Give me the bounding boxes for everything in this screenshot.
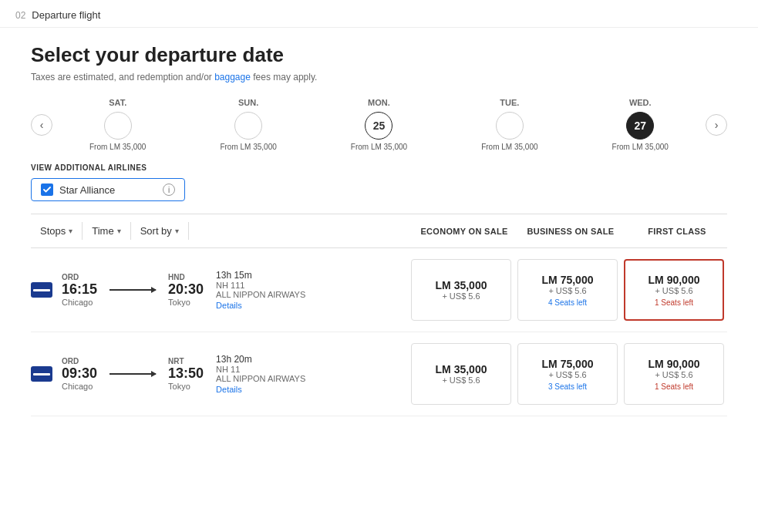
date-circle-tue[interactable]	[496, 112, 524, 140]
flight-2-first-seats: 1 Seats left	[655, 382, 693, 391]
time-chevron-icon: ▾	[117, 227, 121, 235]
flights-list: ORD 16:15 Chicago HND 20:30 Tokyo	[31, 248, 727, 416]
date-price-tue: From LM 35,000	[481, 143, 537, 151]
date-circle-sat[interactable]	[104, 112, 132, 140]
airline-name: Star Alliance	[59, 184, 157, 196]
date-prev-button[interactable]: ‹	[31, 114, 52, 136]
flight-1-price-cards: LM 35,000 + US$ 5.6 LM 75,000 + US$ 5.6 …	[408, 259, 727, 321]
date-col-tue[interactable]: TUE. From LM 35,000	[473, 98, 545, 151]
flight-1-details-link[interactable]: Details	[216, 301, 242, 310]
date-circle-wed[interactable]: 27	[626, 112, 654, 140]
origin-city-2: Chicago	[62, 382, 97, 391]
flight-1-business-price: LM 75,000	[542, 274, 594, 286]
flight-1-first-seats: 1 Seats left	[655, 298, 693, 307]
flight-1-business-card[interactable]: LM 75,000 + US$ 5.6 4 Seats left	[517, 259, 618, 321]
date-price-sat: From LM 35,000	[89, 143, 146, 151]
dest-time-2: 13:50	[168, 365, 204, 382]
flight-2-first-sub: + US$ 5.6	[655, 370, 692, 379]
dest-city-2: Tokyo	[168, 382, 204, 391]
economy-col-header: ECONOMY ON SALE	[414, 227, 514, 236]
dest-iata-1: HND	[168, 273, 204, 281]
first-col-header: FIRST CLASS	[627, 227, 727, 236]
flight-1-business-sub: + US$ 5.6	[548, 286, 586, 295]
flight-1-economy-price: LM 35,000	[436, 279, 487, 291]
date-price-sun: From LM 35,000	[220, 143, 276, 151]
flight-2-first-price: LM 90,000	[649, 358, 700, 370]
flight-row-2: ORD 09:30 Chicago NRT 13:50 Tokyo	[31, 332, 727, 416]
flight-2-origin: ORD 09:30 Chicago	[62, 357, 97, 391]
checkmark-icon	[43, 186, 51, 194]
date-label-wed: WED.	[629, 98, 652, 107]
flight-1-details: 13h 15m NH 111 ALL NIPPON AIRWAYS Detail…	[216, 270, 305, 311]
flight-2-business-seats: 3 Seats left	[548, 382, 587, 391]
origin-time-1: 16:15	[62, 281, 97, 298]
airlines-label: VIEW ADDITIONAL AIRLINES	[31, 163, 727, 172]
flight-1-airline: ALL NIPPON AIRWAYS	[216, 290, 305, 299]
flight-2-details-link[interactable]: Details	[216, 385, 242, 394]
date-col-mon[interactable]: MON. 25 From LM 35,000	[343, 98, 415, 151]
airline-logo-1	[31, 282, 52, 298]
breadcrumb-title: Departure flight	[32, 9, 100, 21]
business-col-header: BUSINESS ON SALE	[520, 227, 621, 236]
airline-logo-2	[31, 366, 52, 382]
subtitle-text: Taxes are estimated, and redemption and/…	[31, 72, 212, 82]
main-content: Select your departure date Taxes are est…	[0, 28, 758, 432]
airline-logo-stripe	[33, 289, 50, 291]
airline-filter-row[interactable]: Star Alliance i	[31, 178, 185, 201]
flight-2-first-card[interactable]: LM 90,000 + US$ 5.6 1 Seats left	[624, 343, 724, 405]
filter-time-button[interactable]: Time ▾	[83, 222, 130, 240]
flight-1-first-card[interactable]: LM 90,000 + US$ 5.6 1 Seats left	[624, 259, 724, 321]
dest-time-1: 20:30	[168, 281, 204, 298]
flight-2-dest: NRT 13:50 Tokyo	[168, 357, 204, 391]
origin-city-1: Chicago	[62, 298, 97, 307]
flight-2-economy-card[interactable]: LM 35,000 + US$ 5.6	[411, 343, 511, 405]
filter-stops-button[interactable]: Stops ▾	[31, 222, 83, 240]
date-circle-mon[interactable]: 25	[365, 112, 392, 140]
column-headers: ECONOMY ON SALE BUSINESS ON SALE FIRST C…	[414, 227, 727, 236]
flight-1-dest: HND 20:30 Tokyo	[168, 273, 204, 307]
page: 02 Departure flight Select your departur…	[0, 0, 758, 532]
flight-row: ORD 16:15 Chicago HND 20:30 Tokyo	[31, 248, 727, 332]
airline-info-icon[interactable]: i	[163, 184, 175, 196]
flight-2-economy-price: LM 35,000	[436, 363, 487, 375]
date-label-tue: TUE.	[500, 98, 519, 107]
airline-checkbox[interactable]	[41, 184, 53, 196]
flight-1-economy-card[interactable]: LM 35,000 + US$ 5.6	[411, 259, 511, 321]
flight-2-info: ORD 09:30 Chicago NRT 13:50 Tokyo	[31, 354, 308, 395]
date-col-sat[interactable]: SAT. From LM 35,000	[82, 98, 153, 151]
dest-iata-2: NRT	[168, 357, 204, 365]
origin-iata-2: ORD	[62, 357, 97, 365]
date-label-sun: SUN.	[238, 98, 258, 107]
date-col-sun[interactable]: SUN. From LM 35,000	[212, 98, 284, 151]
breadcrumb-bar: 02 Departure flight	[0, 0, 758, 28]
origin-iata-1: ORD	[62, 273, 97, 281]
arrow-line-1	[109, 289, 156, 291]
flight-2-economy-sub: + US$ 5.6	[442, 375, 480, 385]
dest-city-1: Tokyo	[168, 298, 204, 307]
flight-1-business-seats: 4 Seats left	[548, 298, 587, 307]
date-label-mon: MON.	[368, 98, 390, 107]
filter-sort-button[interactable]: Sort by ▾	[131, 222, 189, 240]
airline-logo-stripe-2	[33, 373, 50, 375]
filter-time-label: Time	[92, 225, 113, 237]
flight-2-details: 13h 20m NH 11 ALL NIPPON AIRWAYS Details	[216, 354, 305, 395]
subtitle: Taxes are estimated, and redemption and/…	[31, 72, 727, 82]
filter-sort-label: Sort by	[140, 225, 172, 237]
date-next-button[interactable]: ›	[706, 114, 727, 136]
flight-2-price-cards: LM 35,000 + US$ 5.6 LM 75,000 + US$ 5.6 …	[408, 343, 727, 405]
origin-time-2: 09:30	[62, 365, 97, 382]
flight-2-business-card[interactable]: LM 75,000 + US$ 5.6 3 Seats left	[517, 343, 618, 405]
sort-chevron-icon: ▾	[175, 227, 179, 235]
flight-1-economy-sub: + US$ 5.6	[442, 291, 480, 301]
baggage-link[interactable]: baggage	[214, 72, 251, 82]
flight-1-origin: ORD 16:15 Chicago	[62, 273, 97, 307]
dates-row: SAT. From LM 35,000 SUN. From LM 35,000 …	[52, 98, 706, 151]
airlines-section: VIEW ADDITIONAL AIRLINES Star Alliance i	[31, 163, 727, 201]
flight-1-num: NH 111	[216, 281, 305, 290]
flight-1-times: ORD 16:15 Chicago HND 20:30 Tokyo	[62, 273, 204, 307]
flight-2-duration: 13h 20m	[216, 354, 305, 365]
flight-1-duration: 13h 15m	[216, 270, 305, 281]
date-circle-sun[interactable]	[234, 112, 262, 140]
date-selector: ‹ SAT. From LM 35,000 SUN. From LM 35,00…	[31, 98, 727, 151]
date-col-wed[interactable]: WED. 27 From LM 35,000	[605, 98, 676, 151]
